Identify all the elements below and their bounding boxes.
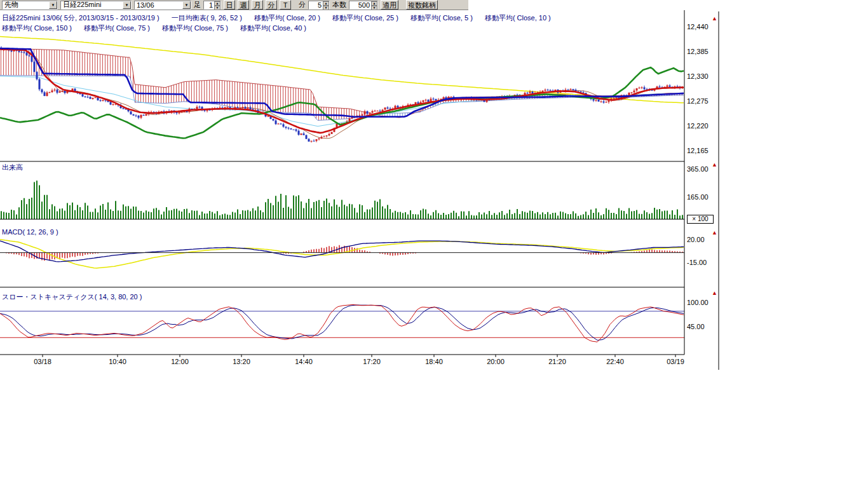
symbol-select-value: 日経225mini: [63, 0, 102, 10]
stochastics-series: [0, 305, 684, 342]
indicator-label: 移動平均( Close, 10 ): [485, 14, 551, 22]
indicator-label: 移動平均( Close, 25 ): [332, 14, 398, 22]
symbol-select[interactable]: 日経225mini ▼: [60, 1, 132, 10]
contract-month-value: 13/06: [137, 1, 154, 9]
chart-header-line2: 移動平均( Close, 150 ) 移動平均( Close, 75 ) 移動平…: [2, 24, 316, 33]
price-axis-label: 12,275: [687, 97, 709, 105]
category-select[interactable]: 先物 ▼: [2, 1, 58, 10]
trading-chart-application: 先物 ▼ 日経225mini ▼ 13/06 ▼ 足 1 ▲▼ 日 週 月 分 …: [0, 0, 868, 488]
chevron-down-icon[interactable]: ▼: [123, 1, 131, 9]
volume-axis-label: 365.00: [687, 165, 709, 173]
period-day-button[interactable]: 日: [224, 0, 235, 10]
price-axis-label: 12,385: [687, 48, 709, 55]
minute-value-input[interactable]: 5 ▲▼: [308, 1, 330, 10]
chart-canvas[interactable]: 03/1810:4012:0013:2014:4017:2018:4020:00…: [0, 10, 724, 374]
time-axis-label: 12:00: [171, 358, 189, 365]
price-axis-label: 12,330: [687, 72, 709, 80]
minute-value: 5: [309, 1, 323, 9]
chart-title: 日経225mini 13/06( 5分, 2013/03/15 - 2013/0…: [2, 14, 159, 22]
stoch-scale-up-arrow[interactable]: ▲: [712, 290, 717, 296]
bar-count-input[interactable]: 500 ▲▼: [349, 1, 378, 10]
spinner-arrows-icon[interactable]: ▲▼: [214, 1, 220, 9]
macd-panel-label: MACD( 12, 26, 9 ): [2, 228, 58, 236]
chevron-down-icon[interactable]: ▼: [182, 1, 191, 9]
indicator-label: 移動平均( Close, 150 ): [2, 24, 72, 32]
category-select-value: 先物: [4, 0, 18, 10]
contract-month-select[interactable]: 13/06 ▼: [134, 1, 191, 10]
time-axis-label: 03/18: [34, 358, 51, 365]
time-axis-label: 10:40: [109, 358, 126, 365]
time-axis-label: 22:40: [606, 358, 624, 365]
indicator-label: 一目均衡表( 9, 26, 52 ): [172, 14, 242, 22]
spinner-arrows-icon[interactable]: ▲▼: [371, 1, 377, 9]
ichimoku-cloud: [0, 48, 684, 121]
price-scale-up-arrow[interactable]: ▲: [712, 16, 717, 22]
indicator-label: 移動平均( Close, 5 ): [410, 14, 473, 22]
minute-label: 分: [299, 0, 306, 10]
period-month-button[interactable]: 月: [252, 0, 263, 10]
time-axis-label: 17:20: [363, 358, 381, 365]
price-axis-label: 12,220: [687, 122, 709, 130]
toolbar: 先物 ▼ 日経225mini ▼ 13/06 ▼ 足 1 ▲▼ 日 週 月 分 …: [0, 0, 468, 10]
period-tick-button[interactable]: T: [280, 0, 291, 10]
bar-interval-value: 1: [204, 1, 214, 9]
bar-count-value: 500: [349, 1, 371, 9]
chart-header-line1: 日経225mini 13/06( 5分, 2013/03/15 - 2013/0…: [2, 13, 561, 23]
macd-scale-up-arrow[interactable]: ▲: [712, 230, 717, 236]
time-axis-label: 13:20: [233, 358, 250, 365]
macd-axis-label: -15.00: [687, 259, 707, 266]
period-week-button[interactable]: 週: [238, 0, 249, 10]
time-axis-label: 03/19: [667, 358, 684, 365]
stoch-axis-label: 45.00: [687, 323, 705, 330]
indicator-label: 移動平均( Close, 75 ): [162, 24, 228, 32]
volume-panel-label: 出来高: [2, 163, 23, 172]
stoch-panel-label: スロー・ストキャスティクス( 14, 3, 80, 20 ): [2, 292, 142, 302]
volume-series: [1, 180, 682, 219]
bar-interval-input[interactable]: 1 ▲▼: [203, 1, 221, 10]
spinner-arrows-icon[interactable]: ▲▼: [323, 1, 329, 9]
time-axis-label: 21:20: [548, 358, 566, 365]
multi-symbol-button[interactable]: 複数銘柄: [406, 0, 438, 10]
volume-axis-label: 165.00: [687, 193, 709, 201]
bar-count-label: 本数: [332, 0, 346, 10]
price-axis-label: 12,440: [687, 23, 709, 30]
chart-area: 03/1810:4012:0013:2014:4017:2018:4020:00…: [0, 10, 724, 379]
time-axis-label: 18:40: [425, 358, 443, 365]
indicator-label: 移動平均( Close, 20 ): [254, 14, 320, 22]
period-minute-button[interactable]: 分: [266, 0, 277, 10]
macd-series: [0, 240, 684, 268]
price-axis-label: 12,165: [687, 147, 709, 154]
stoch-axis-label: 100.00: [687, 299, 709, 306]
indicator-label: 移動平均( Close, 40 ): [240, 24, 306, 32]
volume-multiplier-badge: × 100: [687, 215, 714, 224]
bar-label: 足: [194, 0, 201, 10]
macd-axis-label: 20.00: [687, 236, 705, 243]
volume-scale-up-arrow[interactable]: ▲: [712, 162, 717, 168]
time-axis-label: 14:40: [295, 358, 313, 365]
time-axis-label: 20:00: [487, 358, 505, 365]
apply-button[interactable]: 適用: [381, 0, 398, 10]
chevron-down-icon[interactable]: ▼: [49, 1, 57, 9]
indicator-label: 移動平均( Close, 75 ): [84, 24, 150, 32]
